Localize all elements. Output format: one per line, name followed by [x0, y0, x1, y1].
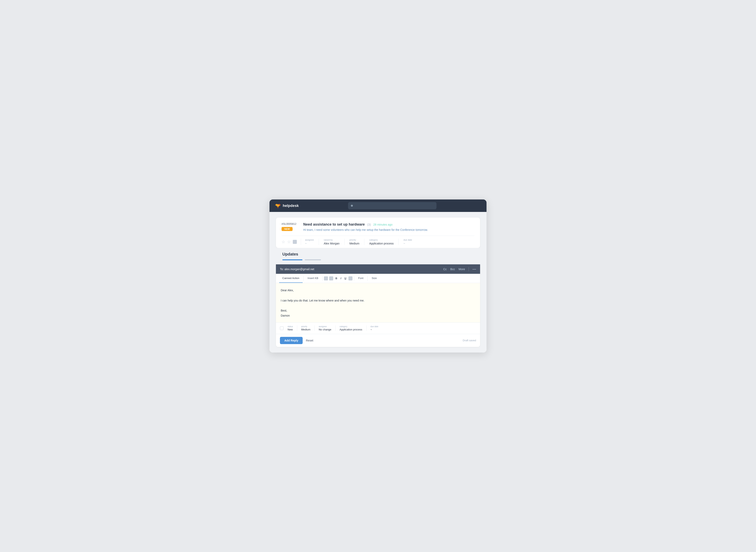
ticket-title: Need assistance to set up hardware — [303, 222, 365, 227]
ticket-preview: Hi team, I need some volunteers who can … — [303, 228, 475, 232]
reply-box: To: alex.morgan@gmail.net Cc Bcc More — … — [276, 264, 480, 347]
toolbar-sep-1 — [303, 276, 304, 281]
ticket-title-block: Need assistance to set up hardware (3) 2… — [303, 222, 475, 232]
main-content: #SL0005812 NEW Need assistance to set up… — [269, 212, 487, 352]
toolbar-sep-2 — [322, 276, 323, 281]
ticket-meta: ☆ ☆ assignee ~ raised by Alex Morgan pri… — [281, 236, 475, 248]
meta-fields: assignee ~ raised by Alex Morgan priorit… — [305, 239, 475, 245]
bottom-priority-label: priority — [301, 325, 310, 327]
meta-field-due-date: due date ~ — [403, 239, 417, 245]
bcc-button[interactable]: Bcc — [450, 268, 455, 271]
bottom-category-value: Application process — [340, 328, 362, 331]
ticket-title-row: Need assistance to set up hardware (3) 2… — [303, 222, 475, 227]
color-btn-3[interactable] — [349, 276, 353, 280]
compose-line2: I can help you do that. Let me know wher… — [281, 299, 364, 302]
bottom-checkbox[interactable] — [280, 326, 283, 330]
ticket-status-badge: NEW — [281, 227, 292, 231]
priority-value: Medium — [350, 242, 360, 245]
compose-line1: Dear Alex, — [281, 289, 294, 292]
underline-button[interactable]: U — [343, 274, 348, 282]
bottom-sep-2 — [314, 325, 315, 331]
font-selector[interactable]: Font — [355, 274, 367, 283]
color-btn-2[interactable] — [329, 276, 333, 280]
reply-to-text: To: alex.morgan@gmail.net — [280, 268, 314, 271]
meta-field-category: category Application process — [369, 239, 398, 245]
insert-kb-tab[interactable]: Insert KB — [304, 274, 322, 283]
reply-divider — [469, 267, 469, 271]
raised-by-value: Alex Morgan — [324, 242, 340, 245]
meta-field-priority: priority Medium — [350, 239, 365, 245]
star-icon[interactable]: ☆ — [281, 240, 285, 244]
bottom-due-date-label: due date — [371, 325, 378, 327]
bottom-assignee-value: No change — [319, 328, 332, 331]
meta-field-raised-by: raised by Alex Morgan — [324, 239, 345, 245]
minimize-icon[interactable]: — — [473, 267, 476, 271]
tab-updates-active[interactable] — [282, 259, 302, 260]
bottom-field-assignee: assignee No change — [319, 325, 332, 331]
bottom-field-due-date: due date ~ — [371, 325, 378, 331]
assignee-label: assignee — [305, 239, 314, 241]
star-icon-2[interactable]: ☆ — [287, 240, 291, 244]
canned-action-tab[interactable]: Canned Action — [279, 274, 303, 283]
size-selector[interactable]: Size — [368, 274, 380, 283]
add-reply-button[interactable]: Add Reply — [280, 337, 303, 344]
logo: helpdesk — [275, 203, 299, 208]
ticket-time: 28 minutes ago — [373, 223, 392, 226]
actions-bar: Add Reply Reset Draft saved — [276, 334, 480, 347]
helpdesk-logo-icon — [275, 203, 281, 208]
app-container: helpdesk #SL0005812 NEW Need assistance … — [269, 199, 487, 352]
category-label: category — [369, 239, 393, 241]
priority-label: priority — [350, 239, 360, 241]
updates-section: Updates — [276, 248, 480, 260]
color-btn-1[interactable] — [324, 276, 328, 280]
reply-to-actions: Cc Bcc More — — [443, 267, 476, 271]
tab-updates-inactive[interactable] — [305, 259, 321, 260]
compose-area[interactable]: Dear Alex, I can help you do that. Let m… — [276, 283, 480, 322]
editor-toolbar: Canned Action Insert KB B I U Font Size — [276, 274, 480, 283]
category-value: Application process — [369, 242, 393, 245]
meta-field-assignee: assignee ~ — [305, 239, 319, 245]
meta-actions: ☆ ☆ — [281, 239, 301, 245]
bottom-priority-value: Medium — [301, 328, 310, 331]
bottom-field-priority: priority Medium — [301, 325, 310, 331]
bottom-sep-4 — [366, 325, 367, 331]
cc-button[interactable]: Cc — [443, 268, 447, 271]
search-bar[interactable] — [348, 202, 436, 209]
search-icon — [351, 205, 353, 207]
due-date-label: due date — [403, 239, 412, 241]
tab-bar — [282, 259, 474, 260]
bottom-status-label: status — [287, 325, 293, 327]
bottom-due-date-value: ~ — [371, 328, 378, 331]
bottom-field-status: status New — [287, 325, 293, 331]
ticket-id: #SL0005812 — [281, 222, 296, 226]
ticket-header: #SL0005812 NEW Need assistance to set up… — [281, 222, 475, 232]
compose-line3: Best, — [281, 309, 287, 312]
due-date-value: ~ — [403, 242, 412, 245]
more-button[interactable]: More — [459, 268, 465, 271]
ticket-count: (3) — [367, 223, 371, 226]
toolbar-sep-4 — [367, 276, 368, 281]
raised-by-label: raised by — [324, 239, 340, 241]
top-nav: helpdesk — [269, 199, 487, 212]
italic-button[interactable]: I — [339, 274, 343, 282]
square-icon[interactable] — [293, 240, 297, 244]
bold-button[interactable]: B — [334, 274, 339, 282]
reset-button[interactable]: Reset — [306, 339, 313, 342]
draft-saved-text: Draft saved — [463, 339, 476, 342]
bottom-status-value: New — [287, 328, 293, 331]
ticket-card: #SL0005812 NEW Need assistance to set up… — [276, 218, 480, 248]
compose-line4: Damon — [281, 314, 290, 317]
logo-text: helpdesk — [283, 204, 299, 208]
updates-title: Updates — [282, 252, 474, 257]
reply-to-bar: To: alex.morgan@gmail.net Cc Bcc More — — [276, 264, 480, 274]
bottom-category-label: category — [340, 325, 362, 327]
bottom-field-category: category Application process — [340, 325, 362, 331]
compose-text: Dear Alex, I can help you do that. Let m… — [281, 288, 475, 318]
assignee-value: ~ — [305, 242, 314, 245]
bottom-assignee-label: assignee — [319, 325, 332, 327]
bottom-meta: status New priority Medium assignee No c… — [276, 322, 480, 334]
actions-left: Add Reply Reset — [280, 337, 313, 344]
ticket-id-block: #SL0005812 NEW — [281, 222, 300, 231]
